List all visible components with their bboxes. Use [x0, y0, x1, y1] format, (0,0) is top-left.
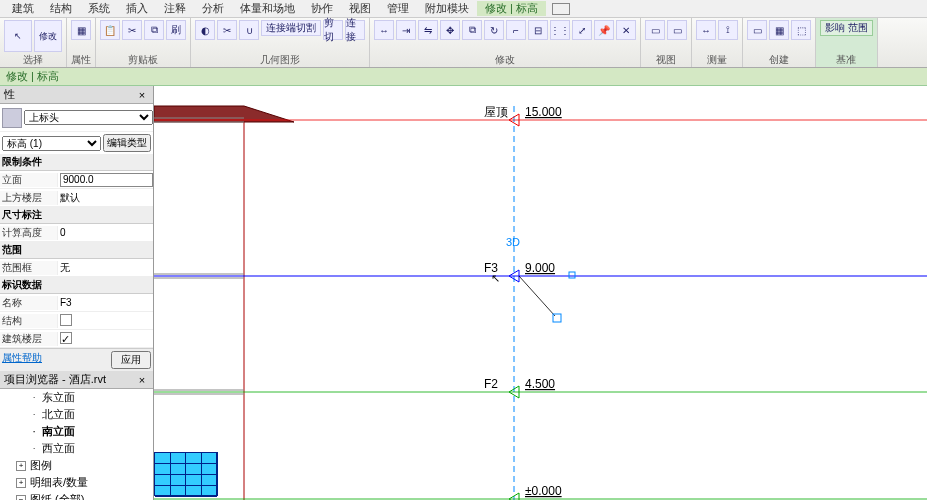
ribbon-group-剪贴板: 📋✂⧉刷剪贴板	[96, 18, 191, 67]
offset-icon[interactable]: ⇥	[396, 20, 416, 40]
menu-item[interactable]: 结构	[42, 1, 80, 16]
elevation-view[interactable]: 3D屋顶15.000F39.000↖F24.500±0.000	[154, 86, 927, 500]
browser-node[interactable]: 图纸 (全部)	[0, 491, 153, 500]
mirror-icon[interactable]: ⇋	[418, 20, 438, 40]
demolish-icon[interactable]: 剪切	[323, 20, 343, 40]
browser-node[interactable]: 南立面	[0, 423, 153, 440]
level-elevation[interactable]: 15.000	[525, 105, 562, 119]
align-icon[interactable]: ↔	[374, 20, 394, 40]
drag-preview-line	[519, 276, 555, 316]
pin-icon[interactable]: 📌	[594, 20, 614, 40]
browser-node[interactable]: 东立面	[0, 389, 153, 406]
level-name: F2	[484, 377, 498, 391]
view1-icon[interactable]: ▭	[645, 20, 665, 40]
property-row: 名称F3	[0, 294, 153, 312]
project-browser[interactable]: 东立面北立面南立面西立面图例明细表/数量图纸 (全部)001 - 总平面图002…	[0, 389, 153, 500]
match-icon[interactable]: 刷	[166, 20, 186, 40]
measure-icon[interactable]: ↔	[696, 20, 716, 40]
ribbon-group-label: 测量	[696, 53, 738, 65]
finish-icon[interactable]	[552, 3, 570, 15]
ribbon-group-label: 属性	[71, 53, 91, 65]
view2-icon[interactable]: ▭	[667, 20, 687, 40]
ribbon-group-label: 剪贴板	[100, 53, 186, 65]
ribbon: ↖修改选择▦属性📋✂⧉刷剪贴板◐✂∪连接端切割剪切连接几何图形↔⇥⇋✥⧉↻⌐⊟⋮…	[0, 18, 927, 68]
close-icon[interactable]: ×	[135, 374, 149, 386]
menu-item[interactable]: 系统	[80, 1, 118, 16]
browser-node[interactable]: 西立面	[0, 440, 153, 457]
menu-item[interactable]: 建筑	[4, 1, 42, 16]
close-icon[interactable]: ×	[135, 89, 149, 101]
menu-item[interactable]: 插入	[118, 1, 156, 16]
menu-item[interactable]: 注释	[156, 1, 194, 16]
menu-bar: 建筑 结构 系统 插入 注释 分析 体量和场地 协作 视图 管理 附加模块 修改…	[0, 0, 927, 18]
curtain-grid-preview	[154, 452, 218, 496]
property-value[interactable]: 默认	[58, 191, 153, 205]
ribbon-group-修改: ↔⇥⇋✥⧉↻⌐⊟⋮⋮⤢📌✕修改	[370, 18, 641, 67]
menu-item-active[interactable]: 修改 | 标高	[477, 1, 546, 16]
move-icon[interactable]: ✥	[440, 20, 460, 40]
type-selector[interactable]: 上标头	[24, 110, 153, 125]
cursor-icon[interactable]: ↖	[4, 20, 32, 52]
rotate-icon[interactable]: ↻	[484, 20, 504, 40]
level-elevation[interactable]: 4.500	[525, 377, 555, 391]
property-value[interactable]: F3	[58, 297, 153, 308]
ribbon-group-label: 修改	[374, 53, 636, 65]
level-elevation[interactable]: ±0.000	[525, 484, 562, 498]
delete-icon[interactable]: ✕	[616, 20, 636, 40]
menu-item[interactable]: 管理	[379, 1, 417, 16]
property-input[interactable]	[60, 173, 153, 187]
axis-3d-label: 3D	[506, 236, 520, 248]
apply-button[interactable]: 应用	[111, 351, 151, 369]
drawing-canvas[interactable]: 3D屋顶15.000F39.000↖F24.500±0.000	[154, 86, 927, 500]
level-elevation[interactable]: 9.000	[525, 261, 555, 275]
property-row: 立面	[0, 171, 153, 189]
copy-move-icon[interactable]: ⧉	[462, 20, 482, 40]
browser-node[interactable]: 图例	[0, 457, 153, 474]
property-row: 建筑楼层✓	[0, 330, 153, 348]
checkbox[interactable]: ✓	[60, 332, 72, 344]
modify-icon[interactable]: 修改	[34, 20, 62, 52]
menu-item[interactable]: 附加模块	[417, 1, 477, 16]
create3-icon[interactable]: ⬚	[791, 20, 811, 40]
scope-icon[interactable]: 影响 范围	[820, 20, 873, 36]
create1-icon[interactable]: ▭	[747, 20, 767, 40]
scale-icon[interactable]: ⤢	[572, 20, 592, 40]
array-icon[interactable]: ⋮⋮	[550, 20, 570, 40]
menu-item[interactable]: 协作	[303, 1, 341, 16]
dim-icon[interactable]: ⟟	[718, 20, 738, 40]
browser-node[interactable]: 北立面	[0, 406, 153, 423]
checkbox[interactable]	[60, 314, 72, 326]
cut-geom-icon[interactable]: ✂	[217, 20, 237, 40]
edit-type-button[interactable]: 编辑类型	[103, 134, 151, 152]
menu-item[interactable]: 体量和场地	[232, 1, 303, 16]
property-key: 立面	[0, 173, 58, 187]
cope-icon[interactable]: ◐	[195, 20, 215, 40]
left-column: 性 × 上标头 标高 (1) 编辑类型 限制条件立面上方楼层默认尺寸标注计算高度…	[0, 86, 154, 500]
create2-icon[interactable]: ▦	[769, 20, 789, 40]
split-icon[interactable]: ⊟	[528, 20, 548, 40]
menu-item[interactable]: 分析	[194, 1, 232, 16]
ribbon-group-选择: ↖修改选择	[0, 18, 67, 67]
browser-title-text: 项目浏览器 - 酒店.rvt	[4, 372, 106, 387]
instance-filter[interactable]: 标高 (1)	[2, 136, 101, 151]
properties-icon[interactable]: ▦	[71, 20, 91, 40]
drag-handle-icon[interactable]	[569, 272, 575, 278]
ribbon-group-label: 基准	[820, 53, 873, 65]
join-btn[interactable]: 连接	[345, 20, 365, 40]
cursor-icon: ↖	[491, 272, 500, 284]
menu-item[interactable]: 视图	[341, 1, 379, 16]
trim-icon[interactable]: ⌐	[506, 20, 526, 40]
property-value[interactable]	[58, 173, 153, 187]
wall-join-icon[interactable]: 连接端切割	[261, 20, 321, 36]
properties-help-link[interactable]: 属性帮助	[2, 351, 42, 369]
property-value[interactable]: ✓	[58, 332, 153, 345]
browser-node[interactable]: 明细表/数量	[0, 474, 153, 491]
properties-panel: 上标头 标高 (1) 编辑类型 限制条件立面上方楼层默认尺寸标注计算高度0范围范…	[0, 104, 153, 348]
cut-icon[interactable]: ✂	[122, 20, 142, 40]
copy-icon[interactable]: ⧉	[144, 20, 164, 40]
property-value[interactable]: 0	[58, 227, 153, 238]
paste-icon[interactable]: 📋	[100, 20, 120, 40]
property-value[interactable]: 无	[58, 261, 153, 275]
property-value[interactable]	[58, 314, 153, 328]
join-icon[interactable]: ∪	[239, 20, 259, 40]
